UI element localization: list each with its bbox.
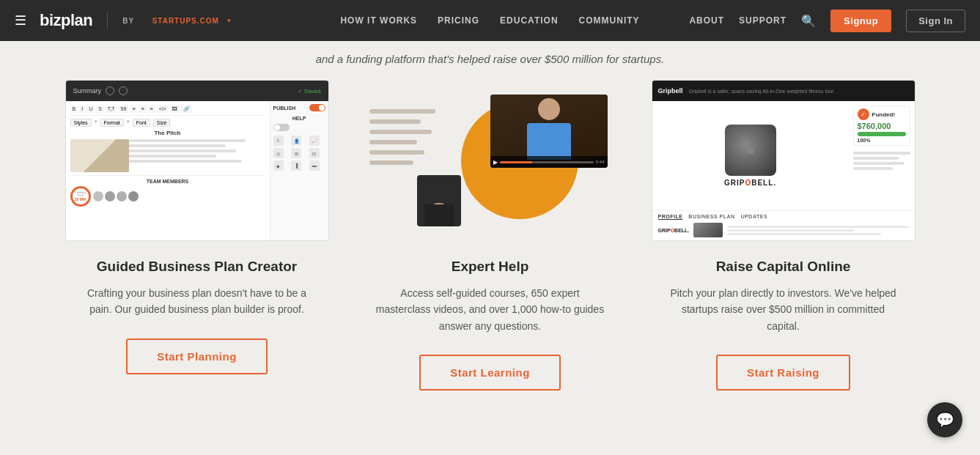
instructor-thumbnail bbox=[417, 175, 461, 226]
chat-bubble-button[interactable]: 💬 bbox=[927, 402, 962, 437]
gripbell-small-logo: GRIPOBELL. bbox=[658, 228, 690, 233]
chat-icon: 💬 bbox=[936, 411, 954, 429]
card-plan-image: Summary ✓ Saved BIUST,T99 ≡≡≡</>🖼🔗 bbox=[65, 80, 329, 241]
nav-education[interactable]: EDUCATION bbox=[500, 15, 558, 26]
nav-links: HOW IT WORKS PRICING EDUCATION COMMUNITY bbox=[340, 15, 639, 26]
gripbell-topbar: Gripbell Gripbell is a safer, space-savi… bbox=[652, 81, 915, 101]
logo: bizplan bbox=[40, 11, 92, 30]
card-plan-title: Guided Business Plan Creator bbox=[97, 259, 297, 275]
gripbell-logo-top: Gripbell bbox=[658, 87, 683, 95]
gripbell-body: ⊕ GRIPOBELL. ✓ Funded! bbox=[652, 101, 915, 210]
card-raise: Gripbell Gripbell is a safer, space-savi… bbox=[652, 80, 915, 391]
nav-support[interactable]: SUPPORT bbox=[739, 15, 786, 26]
nav-community[interactable]: COMMUNITY bbox=[579, 15, 640, 26]
card-learn-image: ▶ 0:44 bbox=[358, 80, 622, 241]
gripbell-product-image: ⊕ bbox=[725, 125, 776, 176]
gripbell-brand-name: GRIPOBELL. bbox=[724, 179, 776, 187]
tagline-bar: and a funding platform that's helped rai… bbox=[0, 41, 980, 73]
by-label: BY bbox=[122, 17, 134, 25]
biz-plan-screenshot: Summary ✓ Saved BIUST,T99 ≡≡≡</>🖼🔗 bbox=[65, 80, 329, 241]
card-raise-desc: Pitch your plan directly to investors. W… bbox=[666, 285, 901, 334]
funded-progress-bar bbox=[858, 132, 906, 136]
startups-link[interactable]: STARTUPS.COM bbox=[152, 17, 219, 25]
signup-button[interactable]: Signup bbox=[830, 10, 891, 32]
nav-divider bbox=[107, 12, 108, 29]
gripbell-footer: PROFILE BUSINESS PLAN UPDATES GRIPOBELL. bbox=[652, 210, 915, 240]
check-icon: ✓ bbox=[858, 108, 869, 120]
card-learn-desc: Access self-guided courses, 650 expert m… bbox=[373, 285, 608, 334]
card-raise-image: Gripbell Gripbell is a safer, space-savi… bbox=[652, 80, 915, 241]
card-learn-title: Expert Help bbox=[452, 259, 529, 275]
play-icon[interactable]: ▶ bbox=[493, 159, 498, 166]
gripbell-tab-business-plan[interactable]: BUSINESS PLAN bbox=[688, 214, 734, 220]
funded-amount: $760,000 bbox=[858, 122, 891, 130]
gripbell-tabs: PROFILE BUSINESS PLAN UPDATES bbox=[658, 214, 909, 220]
nav-about[interactable]: ABOUT bbox=[689, 15, 724, 26]
left-decorative-lines bbox=[369, 109, 435, 165]
raise-capital-visual: Gripbell Gripbell is a safer, space-savi… bbox=[652, 80, 915, 241]
expert-help-visual: ▶ 0:44 bbox=[358, 80, 622, 241]
video-time: 0:44 bbox=[596, 160, 605, 164]
nav-how-it-works[interactable]: HOW IT WORKS bbox=[340, 15, 417, 26]
navbar-right: ABOUT SUPPORT 🔍 Signup Sign In bbox=[689, 10, 965, 32]
hamburger-icon[interactable]: ☰ bbox=[15, 12, 26, 29]
funded-badge: ✓ Funded! $760,000 100% bbox=[853, 106, 910, 146]
cards-row: Summary ✓ Saved BIUST,T99 ≡≡≡</>🖼🔗 bbox=[29, 80, 951, 391]
start-planning-button[interactable]: Start Planning bbox=[126, 339, 268, 374]
gripbell-footer-content: GRIPOBELL. bbox=[658, 223, 909, 237]
gripbell-tab-updates[interactable]: UPDATES bbox=[741, 214, 767, 220]
main-content: Summary ✓ Saved BIUST,T99 ≡≡≡</>🖼🔗 bbox=[0, 73, 980, 420]
gripbell-left: ⊕ GRIPOBELL. bbox=[652, 101, 849, 210]
tagline-text: and a funding platform that's helped rai… bbox=[15, 53, 965, 65]
footer-lines bbox=[727, 226, 908, 235]
video-preview[interactable]: ▶ 0:44 bbox=[490, 95, 608, 168]
nav-pricing[interactable]: PRICING bbox=[438, 15, 479, 26]
navbar: ☰ bizplan BY STARTUPS.COM ▾ HOW IT WORKS… bbox=[0, 0, 980, 41]
navbar-left: ☰ bizplan BY STARTUPS.COM ▾ bbox=[15, 11, 231, 30]
funded-progress-fill bbox=[858, 132, 906, 136]
card-plan: Summary ✓ Saved BIUST,T99 ≡≡≡</>🖼🔗 bbox=[65, 80, 329, 374]
funded-pct: 100% bbox=[858, 138, 871, 143]
funded-label: Funded! bbox=[872, 111, 896, 118]
card-plan-desc: Crafting your business plan doesn't have… bbox=[80, 285, 314, 318]
gripbell-tab-profile[interactable]: PROFILE bbox=[658, 214, 683, 220]
card-raise-title: Raise Capital Online bbox=[716, 259, 851, 275]
gripbell-tagline: Gripbell is a safer, space-saving All-in… bbox=[689, 89, 835, 94]
start-raising-button[interactable]: Start Raising bbox=[716, 355, 850, 391]
search-button[interactable]: 🔍 bbox=[801, 14, 816, 28]
startups-dropdown-icon[interactable]: ▾ bbox=[227, 17, 231, 24]
card-learn: ▶ 0:44 Expert Help Access se bbox=[358, 80, 622, 391]
signin-button[interactable]: Sign In bbox=[906, 10, 965, 32]
gripbell-detail-lines bbox=[853, 152, 910, 170]
product-thumbnail-small bbox=[693, 223, 723, 237]
start-learning-button[interactable]: Start Learning bbox=[419, 355, 561, 391]
gripbell-right: ✓ Funded! $760,000 100% bbox=[849, 101, 915, 210]
